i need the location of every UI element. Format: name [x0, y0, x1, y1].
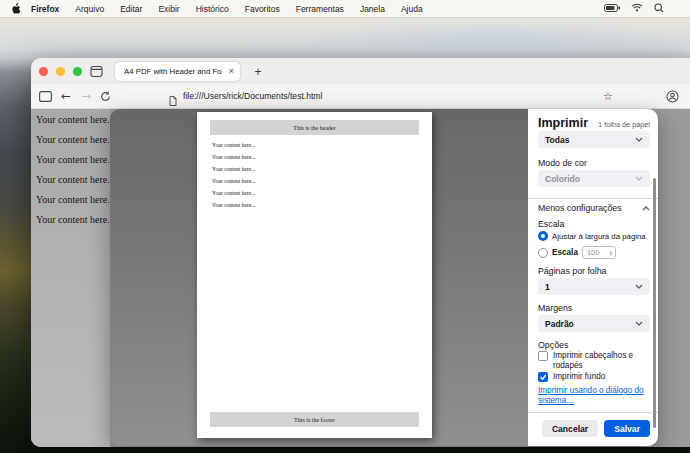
- less-settings-label: Menos configurações: [538, 203, 622, 213]
- bookmark-star-icon[interactable]: ☆: [600, 84, 616, 108]
- menu-item-ajuda[interactable]: Ajuda: [401, 4, 423, 14]
- preview-text-line: Your content here...: [212, 151, 255, 163]
- print-preview-pane: This is the header Your content here... …: [110, 109, 528, 446]
- scale-section-label: Escala: [538, 219, 650, 229]
- menu-item-historico[interactable]: Histórico: [196, 4, 229, 14]
- less-settings-toggle[interactable]: Menos configurações: [538, 203, 650, 213]
- spotlight-icon[interactable]: [654, 3, 664, 15]
- chevron-up-icon: [642, 206, 650, 211]
- pages-per-sheet-label: Páginas por folha: [538, 266, 650, 276]
- stepper-arrows-icon: ▲▼: [608, 250, 612, 256]
- chevron-down-icon: [635, 321, 643, 326]
- tab-bar: A4 PDF with Header and Footer × +: [31, 58, 690, 84]
- scale-value: 100: [587, 248, 600, 257]
- menu-item-favoritos[interactable]: Favoritos: [245, 4, 280, 14]
- menu-item-exibir[interactable]: Exibir: [158, 4, 179, 14]
- forward-button: →: [78, 84, 94, 108]
- margins-select[interactable]: Padrão: [538, 315, 650, 332]
- page-text-line: Your content here...: [36, 110, 109, 130]
- sidebar-toggle-icon[interactable]: [37, 84, 53, 108]
- apple-menu-icon[interactable]: [11, 3, 21, 15]
- firefox-window: A4 PDF with Header and Footer × + ← → fi…: [31, 58, 690, 447]
- preview-text-line: Your content here...: [212, 163, 255, 175]
- url-bar[interactable]: file:///Users/rick/Documents/test.html: [127, 87, 622, 105]
- close-window-button[interactable]: [39, 67, 48, 76]
- new-tab-button[interactable]: +: [250, 62, 266, 81]
- pages-per-sheet-value: 1: [545, 282, 550, 292]
- page-document-icon: [169, 92, 177, 110]
- page-text-line: Your content here...: [36, 150, 109, 170]
- pages-per-sheet-select[interactable]: 1: [538, 278, 650, 295]
- reload-icon[interactable]: [97, 84, 113, 108]
- custom-scale-label: Escala: [552, 248, 578, 257]
- menu-item-firefox[interactable]: Firefox: [31, 4, 59, 14]
- preview-header-bar: This is the header: [210, 120, 419, 135]
- radio-unselected-icon[interactable]: [538, 248, 548, 258]
- firefox-view-icon[interactable]: [90, 64, 103, 82]
- print-dialog-title: Imprimir: [538, 116, 588, 130]
- battery-icon[interactable]: [604, 4, 620, 14]
- dialog-buttons: Cancelar Salvar: [538, 420, 650, 437]
- settings-scrollbar[interactable]: [653, 178, 657, 428]
- print-preview-page: This is the header Your content here... …: [197, 112, 432, 438]
- zoom-window-button[interactable]: [73, 67, 82, 76]
- navigation-toolbar: ← → file:///Users/rick/Documents/test.ht…: [31, 84, 690, 109]
- menu-item-ferramentas[interactable]: Ferramentas: [296, 4, 344, 14]
- print-dialog: This is the header Your content here... …: [110, 109, 658, 446]
- fit-to-width-radio-row[interactable]: Ajustar à largura da página: [538, 231, 650, 241]
- preview-text-line: Your content here...: [212, 139, 255, 151]
- print-settings-panel: Imprimir 1 folha de papel Todas Modo de …: [528, 109, 658, 446]
- preview-body-text: Your content here... Your content here..…: [212, 139, 255, 211]
- macos-menu-bar: Firefox Arquivo Editar Exibir Histórico …: [0, 0, 690, 17]
- wallpaper-cloud-glow: [300, 18, 690, 58]
- account-icon[interactable]: [664, 84, 680, 108]
- print-headers-checkbox-row[interactable]: Imprimir cabeçalhos e rodapés: [538, 351, 650, 370]
- preview-text-line: Your content here...: [212, 175, 255, 187]
- tab-close-icon[interactable]: ×: [229, 67, 234, 76]
- custom-scale-radio-row[interactable]: Escala 100 ▲▼: [538, 246, 650, 259]
- options-label: Opções: [538, 340, 650, 350]
- color-mode-select: Colorido: [538, 170, 650, 187]
- page-range-select[interactable]: Todas: [538, 131, 650, 148]
- checkbox-unchecked-icon[interactable]: [538, 351, 548, 361]
- browser-tab[interactable]: A4 PDF with Header and Footer ×: [115, 62, 240, 81]
- page-text-line: Your content here...: [36, 210, 109, 230]
- margins-value: Padrão: [545, 319, 574, 329]
- checkbox-checked-icon[interactable]: [538, 372, 548, 382]
- color-mode-value: Colorido: [545, 174, 580, 184]
- print-background-label: Imprimir fundo: [553, 372, 605, 382]
- back-button[interactable]: ←: [58, 84, 74, 108]
- window-controls: [39, 67, 82, 76]
- print-headers-label: Imprimir cabeçalhos e rodapés: [553, 351, 650, 370]
- menu-item-janela[interactable]: Janela: [360, 4, 385, 14]
- chevron-down-icon: [635, 137, 643, 142]
- radio-selected-icon[interactable]: [538, 231, 548, 241]
- divider: [528, 198, 658, 199]
- menu-item-editar[interactable]: Editar: [120, 4, 142, 14]
- page-text-line: Your content here...: [36, 130, 109, 150]
- url-input[interactable]: file:///Users/rick/Documents/test.html: [183, 87, 322, 105]
- preview-footer-bar: This is the footer: [210, 412, 419, 427]
- save-button[interactable]: Salvar: [604, 420, 650, 437]
- color-mode-label: Modo de cor: [538, 158, 650, 168]
- dimmed-page-content: Your content here... Your content here..…: [31, 109, 110, 447]
- system-print-dialog-link[interactable]: Imprimir usando o diálogo do sistema…: [538, 386, 658, 406]
- page-text-line: Your content here...: [36, 190, 109, 210]
- cancel-button[interactable]: Cancelar: [542, 420, 598, 437]
- page-text-line: Your content here...: [36, 170, 109, 190]
- scale-value-input: 100 ▲▼: [582, 246, 616, 259]
- preview-text-line: Your content here...: [212, 199, 255, 211]
- wifi-icon[interactable]: [631, 3, 643, 14]
- preview-text-line: Your content here...: [212, 187, 255, 199]
- page-range-value: Todas: [545, 135, 569, 145]
- menu-status-area: [604, 3, 664, 15]
- tab-title: A4 PDF with Header and Footer: [115, 67, 222, 76]
- margins-label: Margens: [538, 303, 650, 313]
- print-background-checkbox-row[interactable]: Imprimir fundo: [538, 372, 650, 382]
- sheet-count-label: 1 folha de papel: [598, 120, 650, 129]
- fit-to-width-label: Ajustar à largura da página: [552, 232, 646, 241]
- minimize-window-button[interactable]: [56, 67, 65, 76]
- chevron-down-icon: [635, 176, 643, 181]
- menu-item-arquivo[interactable]: Arquivo: [75, 4, 104, 14]
- divider: [528, 412, 658, 413]
